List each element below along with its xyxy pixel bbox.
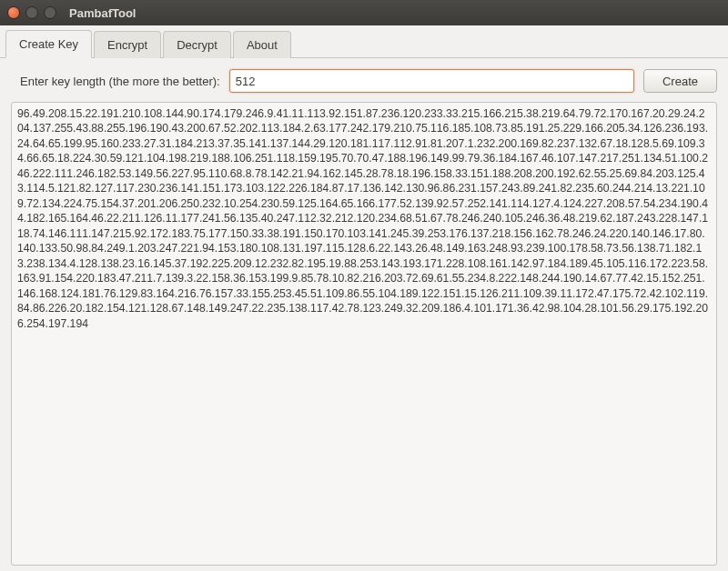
create-button[interactable]: Create: [643, 69, 717, 93]
tab-create-key[interactable]: Create Key: [5, 30, 92, 58]
create-key-panel: Enter key length (the more the better): …: [0, 58, 728, 571]
key-output[interactable]: 96.49.208.15.22.191.210.108.144.90.174.1…: [11, 102, 717, 566]
key-length-input[interactable]: [229, 69, 634, 93]
tab-about[interactable]: About: [233, 31, 291, 58]
content-pane: Create Key Encrypt Decrypt About Enter k…: [0, 25, 728, 571]
tab-encrypt[interactable]: Encrypt: [94, 31, 161, 58]
tab-decrypt[interactable]: Decrypt: [163, 31, 231, 58]
input-row: Enter key length (the more the better): …: [11, 69, 717, 93]
minimize-icon[interactable]: [25, 6, 38, 19]
tab-strip: Create Key Encrypt Decrypt About: [0, 25, 728, 58]
window-titlebar: PambafTool: [0, 0, 728, 25]
window-controls: [7, 6, 56, 19]
key-length-label: Enter key length (the more the better):: [11, 75, 220, 88]
window-title: PambafTool: [69, 6, 136, 20]
close-icon[interactable]: [7, 6, 20, 19]
maximize-icon[interactable]: [44, 6, 56, 19]
